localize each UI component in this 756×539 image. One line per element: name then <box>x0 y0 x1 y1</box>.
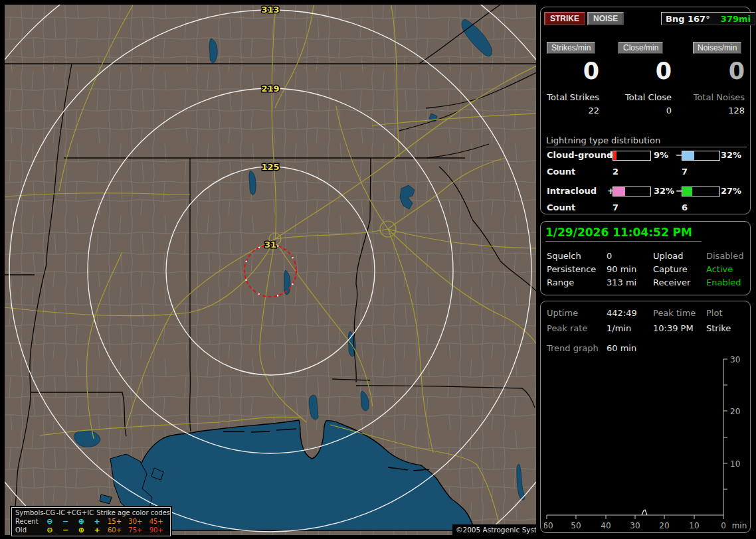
trend-axes <box>547 359 727 519</box>
trend-series-line <box>642 510 647 515</box>
pos-cg-old-icon: ⊕ <box>73 526 89 534</box>
neg-cg-old-icon: ⊖ <box>42 526 58 534</box>
receiver-label: Receiver <box>653 277 690 287</box>
total-close-value: 0 <box>613 106 672 116</box>
uptime-value: 442:49 <box>607 308 637 318</box>
upload-label: Upload <box>653 251 684 261</box>
ring-label-125: 125 <box>261 162 279 172</box>
strikes-per-min-button[interactable]: Strikes/min <box>547 42 595 54</box>
upload-status: Disabled <box>706 251 743 261</box>
age-60: 60+ <box>105 526 128 534</box>
age-45: 45+ <box>149 517 170 526</box>
svg-text:60: 60 <box>544 521 553 530</box>
copyright-text: ©2005 Astrogenic Systems <box>456 526 536 534</box>
distribution-title: Lightning type distribution <box>546 135 747 147</box>
strikes-per-min-value: 0 <box>541 58 599 84</box>
trend-x-unit: min <box>732 521 747 530</box>
counter-section: STRIKE NOISE Bng 167° 379mi Strikes/min … <box>540 7 751 214</box>
close-per-min-button[interactable]: Close/min <box>618 42 663 54</box>
total-close-label: Total Close <box>613 92 672 102</box>
neg-ic-old-icon: − <box>58 526 74 534</box>
svg-text:10: 10 <box>730 459 740 469</box>
legend-row-old-label: Old <box>15 526 42 534</box>
stats-section: Uptime 442:49 Peak time Plot Peak rate 1… <box>540 301 751 533</box>
ic-negative-pct: 27% <box>721 186 741 196</box>
cg-negative-count: 7 <box>682 167 688 177</box>
svg-text:30: 30 <box>630 521 640 530</box>
ic-positive-pct: 32% <box>654 186 674 196</box>
age-75: 75+ <box>128 526 149 534</box>
total-noises-label: Total Noises <box>686 92 745 102</box>
capture-status: Active <box>706 264 733 274</box>
trend-graph-label: Trend graph <box>547 343 599 353</box>
legend-age-header: Strike age color codes <box>94 508 170 517</box>
ic-negative-bar <box>682 187 720 196</box>
trend-graph: 30 20 10 60 50 40 30 20 10 0 min <box>544 352 751 534</box>
total-strikes-label: Total Strikes <box>541 92 599 102</box>
ic-positive-bar <box>613 187 651 196</box>
ring-label-219: 219 <box>261 84 279 94</box>
status-section: 1/29/2026 11:04:52 PM Squelch 0 Upload D… <box>540 221 751 295</box>
pos-ic-old-icon: + <box>89 526 105 534</box>
peak-time-value: 10:39 PM <box>653 323 694 333</box>
trend-graph-value: 60 min <box>607 343 636 353</box>
plot-value: Strike <box>706 323 731 333</box>
plot-label: Plot <box>706 308 723 318</box>
noises-per-min-value: 0 <box>686 58 745 84</box>
ic-positive-count: 7 <box>613 202 618 212</box>
persistence-label: Persistence <box>547 264 596 274</box>
range-value: 313 mi <box>607 277 636 287</box>
legend-symbols-header: Symbols <box>15 508 43 517</box>
range-label: Range <box>547 277 574 287</box>
trend-y-tick-labels: 30 20 10 <box>730 355 740 469</box>
close-per-min-value: 0 <box>613 58 672 84</box>
svg-text:30: 30 <box>730 355 740 364</box>
ring-label-31: 31 <box>264 240 276 250</box>
trend-x-tick-labels: 60 50 40 30 20 10 0 min <box>544 521 747 530</box>
svg-text:20: 20 <box>659 521 669 530</box>
svg-text:40: 40 <box>601 521 611 530</box>
cg-negative-bar <box>682 151 720 161</box>
cg-positive-pct: 9% <box>654 150 668 160</box>
bearing-label: Bng 167° <box>666 14 710 24</box>
legend-col-neg-cg: -CG <box>43 508 55 517</box>
uptime-label: Uptime <box>547 308 578 318</box>
noise-mode-button[interactable]: NOISE <box>587 12 624 25</box>
legend-col-pos-cg: +CG <box>66 508 82 517</box>
pos-cg-recent-icon: ⊕ <box>73 517 89 526</box>
map-panel: 313 219 125 31 ©2005 Astrogenic Systems … <box>5 5 536 535</box>
squelch-label: Squelch <box>547 251 581 261</box>
copyright-strip: ©2005 Astrogenic Systems <box>452 524 536 535</box>
svg-text:0: 0 <box>721 521 726 530</box>
legend-col-pos-ic: +IC <box>82 508 94 517</box>
svg-text:50: 50 <box>571 521 581 530</box>
app-window: { "map": { "ring_labels": ["313", "219",… <box>0 0 756 539</box>
peak-time-label: Peak time <box>653 308 696 318</box>
neg-cg-recent-icon: ⊖ <box>42 517 58 526</box>
total-noises-value: 128 <box>686 106 745 116</box>
cg-positive-count: 2 <box>613 167 618 177</box>
ring-label-313: 313 <box>261 5 279 15</box>
capture-label: Capture <box>653 264 688 274</box>
total-strikes-value: 22 <box>541 106 599 116</box>
intracloud-label: Intracloud <box>547 186 597 196</box>
svg-text:10: 10 <box>689 521 699 530</box>
bearing-readout: Bng 167° 379mi <box>661 12 755 25</box>
peak-rate-label: Peak rate <box>547 323 587 333</box>
datetime-display: 1/29/2026 11:04:52 PM <box>545 226 702 242</box>
age-30: 30+ <box>128 517 149 526</box>
lightning-map: 313 219 125 31 ©2005 Astrogenic Systems <box>5 5 536 535</box>
ic-count-label: Count <box>547 202 575 212</box>
bearing-distance: 379mi <box>721 14 751 24</box>
svg-text:20: 20 <box>730 407 740 416</box>
receiver-status: Enabled <box>706 277 741 287</box>
noises-per-min-button[interactable]: Noises/min <box>693 42 741 54</box>
ic-negative-count: 6 <box>682 202 688 212</box>
age-90: 90+ <box>149 526 170 534</box>
cg-negative-pct: 32% <box>721 150 741 160</box>
squelch-value: 0 <box>607 251 612 261</box>
peak-rate-value: 1/min <box>607 323 631 333</box>
strike-mode-button[interactable]: STRIKE <box>544 12 585 25</box>
neg-ic-recent-icon: − <box>58 517 74 526</box>
cg-positive-bar <box>613 151 651 161</box>
